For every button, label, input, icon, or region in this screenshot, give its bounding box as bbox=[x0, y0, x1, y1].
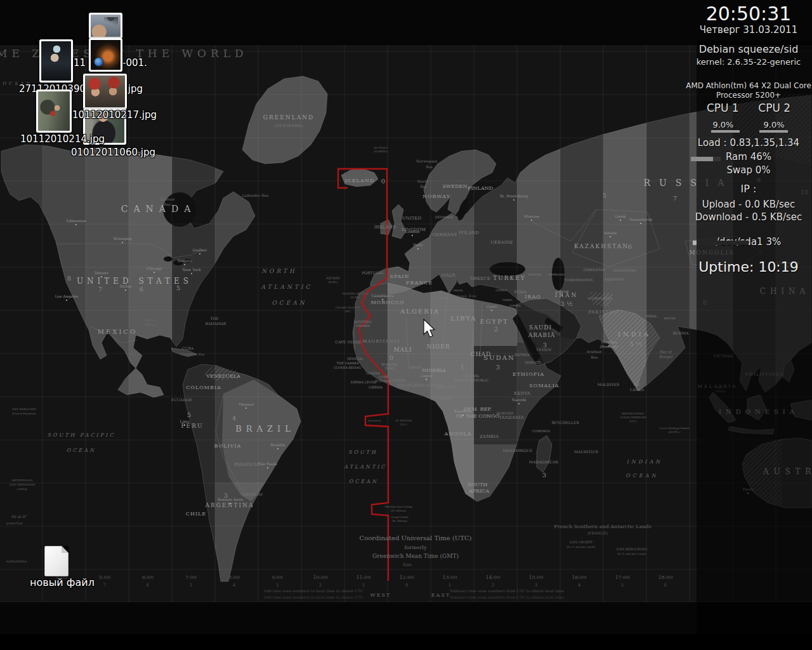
file-label-fragment[interactable]: .jpg bbox=[125, 83, 143, 95]
map-label: IRELAND bbox=[374, 225, 396, 230]
map-label: (Fr. S. and Ant. Lands) bbox=[566, 545, 596, 548]
new-file-label[interactable]: новый файл bbox=[30, 576, 95, 588]
map-label: 7 bbox=[673, 195, 677, 202]
file-label[interactable]: 10112010214.jpg bbox=[20, 133, 105, 145]
map-label: SWEDEN bbox=[443, 183, 468, 189]
map-label: (PORT.) bbox=[328, 281, 338, 284]
map-label: Bay of bbox=[659, 349, 672, 354]
map-label: Norwegian bbox=[416, 159, 437, 164]
map-label: OCEAN bbox=[272, 300, 306, 306]
map-label: IRAQ bbox=[525, 294, 541, 300]
map-label: Denver bbox=[95, 270, 108, 275]
map-label: (St. Helena) bbox=[391, 509, 407, 512]
photo-icon[interactable] bbox=[36, 90, 72, 133]
map-label: 7:00 bbox=[185, 574, 197, 580]
photo-icon[interactable] bbox=[89, 38, 122, 72]
map-label: 2 bbox=[492, 583, 494, 588]
map-label: Sea bbox=[590, 355, 598, 359]
map-label: NIGERIA bbox=[422, 368, 446, 373]
map-label: (AUSTL.) bbox=[669, 430, 681, 434]
map-label: TRISTAN DA CUNHA bbox=[384, 505, 412, 508]
photo-icon[interactable] bbox=[89, 13, 122, 39]
ram-bar bbox=[691, 157, 713, 161]
map-label: Sun bbox=[403, 562, 412, 567]
map-label: (PORT.) bbox=[350, 296, 360, 299]
map-label: 13:00 bbox=[442, 574, 457, 580]
map-label: MALDIVES bbox=[598, 382, 619, 387]
map-label: Greenwich Mean Time (GMT) bbox=[372, 553, 459, 559]
map-label: 5 ½ bbox=[629, 340, 642, 347]
map-label: (French Polynesia) bbox=[12, 412, 36, 415]
city-dot bbox=[513, 199, 514, 201]
map-label: Brasília bbox=[270, 442, 285, 447]
map-label: Chicago bbox=[147, 266, 162, 271]
map-label: BAHAMAS bbox=[206, 321, 226, 326]
map-label: 9:00 bbox=[272, 574, 283, 580]
map-label: St. Petersburg bbox=[500, 194, 528, 199]
photo-icon[interactable] bbox=[83, 74, 127, 109]
map-label: PAKISTAN bbox=[588, 310, 617, 315]
map-label: Gulf of bbox=[145, 318, 157, 322]
conky-cpu2-label: CPU 2 bbox=[750, 102, 799, 114]
file-label-fragment[interactable]: -001. bbox=[122, 57, 147, 69]
city-dot bbox=[154, 272, 155, 273]
city-dot bbox=[277, 448, 278, 449]
map-label: SRI bbox=[634, 382, 641, 387]
map-label: AFRICA bbox=[468, 488, 490, 494]
map-label: EAST bbox=[431, 592, 450, 598]
file-label[interactable]: 10112010217.jpg bbox=[72, 109, 157, 121]
map-label: NORTH bbox=[261, 268, 297, 274]
map-label: PARAGUAY bbox=[234, 462, 259, 467]
city-dot bbox=[561, 295, 563, 296]
map-label: CANADA bbox=[121, 204, 197, 214]
new-file-icon[interactable] bbox=[44, 546, 69, 576]
map-label: 6 bbox=[628, 243, 632, 250]
map-label: GABON bbox=[438, 397, 450, 401]
map-label: Labrador Sea bbox=[242, 193, 268, 197]
map-label: 7 bbox=[98, 286, 102, 293]
map-label: Dallas bbox=[120, 284, 132, 288]
map-label: NEPAL bbox=[646, 314, 658, 318]
map-label: MALI bbox=[393, 347, 412, 353]
city-dot bbox=[426, 379, 427, 380]
map-label: AFRICAN REPUBLIC bbox=[454, 378, 488, 382]
map-label: CENTRAL bbox=[463, 374, 480, 378]
map-label: Cairo bbox=[487, 304, 497, 308]
conky-cpu1-label: CPU 1 bbox=[698, 102, 747, 114]
map-label: (NORWAY) bbox=[374, 150, 388, 153]
map-label: TAJIKISTAN bbox=[605, 277, 624, 282]
map-label: Gough Island bbox=[391, 515, 408, 519]
map-label: São Paulo bbox=[258, 461, 277, 466]
map-label: Novosibirsk bbox=[629, 217, 653, 222]
map-label: (U.K.) bbox=[400, 423, 407, 426]
map-label: 18:00 bbox=[658, 574, 672, 580]
map-label: (U.K.) bbox=[629, 420, 637, 423]
city-dot bbox=[125, 289, 126, 291]
map-label: 8:00 bbox=[228, 574, 240, 580]
map-label: 2 bbox=[494, 326, 498, 333]
conky-clock: 20:50:31 bbox=[685, 3, 812, 25]
map-label: Moscow bbox=[524, 214, 540, 218]
map-label: Buenos Aires bbox=[218, 497, 243, 501]
map-label: CYPRUS bbox=[495, 289, 507, 292]
photo-icon[interactable] bbox=[39, 39, 73, 83]
map-label: EGYPT bbox=[480, 318, 508, 325]
map-label: MALTA bbox=[454, 289, 463, 292]
map-label: 1 bbox=[362, 583, 365, 588]
map-label: UZBEKISTAN bbox=[583, 268, 606, 272]
map-label: UKRAINE bbox=[490, 240, 513, 245]
map-label: Omsk bbox=[615, 214, 626, 218]
map-label: 6 bbox=[664, 583, 667, 588]
map-label: Hudson bbox=[159, 197, 174, 201]
map-label: BRAZIL bbox=[235, 424, 295, 434]
conky-cpu-model-line2: Processor 5200+ bbox=[685, 91, 812, 100]
map-label: OCEAN bbox=[67, 448, 96, 453]
map-label: UNITED STATES bbox=[77, 277, 192, 286]
conky-cpu2-usage: 9.0% bbox=[750, 120, 798, 129]
city-dot bbox=[417, 248, 419, 249]
conky-swap: Swap 0% bbox=[685, 164, 812, 176]
map-label: ISRAEL bbox=[502, 298, 513, 302]
file-label[interactable]: 01012011060.jpg bbox=[71, 147, 155, 158]
map-label: GHANA bbox=[393, 378, 405, 382]
map-label: GREENLAND bbox=[263, 114, 315, 121]
